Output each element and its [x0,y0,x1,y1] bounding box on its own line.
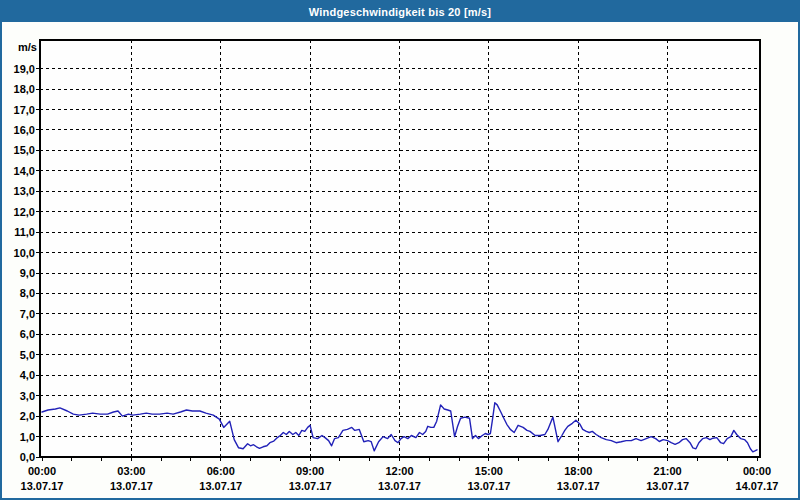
x-tick-date-label: 13.07.17 [110,480,153,492]
x-tick-time-label: 09:00 [296,465,324,477]
y-tick-label: 18,0 [14,83,35,95]
y-tick-label: 8,0 [20,287,35,299]
x-tick-date-label: 14.07.17 [736,480,779,492]
y-tick-label: 11,0 [14,226,35,238]
y-tick-label: 19,0 [14,63,35,75]
y-tick-label: 15,0 [14,144,35,156]
y-tick-label: 13,0 [14,185,35,197]
x-tick-date-label: 13.07.17 [467,480,510,492]
x-tick-time-label: 03:00 [117,465,145,477]
x-tick-time-label: 06:00 [207,465,235,477]
y-tick-label: 0,0 [20,451,35,463]
y-tick-label: 7,0 [20,308,35,320]
x-tick-date-label: 13.07.17 [199,480,242,492]
x-tick-time-label: 00:00 [743,465,771,477]
x-tick-time-label: 15:00 [475,465,503,477]
x-tick-date-label: 13.07.17 [646,480,689,492]
y-tick-label: 17,0 [14,104,35,116]
y-tick-label: 6,0 [20,328,35,340]
wind-speed-chart: 0,01,02,03,04,05,06,07,08,09,010,011,012… [2,22,798,498]
chart-title: Windgeschwindigkeit bis 20 [m/s] [309,6,491,18]
x-tick-date-label: 13.07.17 [21,480,64,492]
x-tick-date-label: 13.07.17 [289,480,332,492]
x-tick-date-label: 13.07.17 [378,480,421,492]
y-tick-label: 16,0 [14,124,35,136]
y-tick-label: 12,0 [14,206,35,218]
x-tick-date-label: 13.07.17 [557,480,600,492]
y-tick-labels: 0,01,02,03,04,05,06,07,08,09,010,011,012… [14,63,35,463]
x-tick-time-label: 18:00 [564,465,592,477]
x-tick-time-label: 12:00 [385,465,413,477]
y-tick-label: 5,0 [20,349,35,361]
y-tick-label: 9,0 [20,267,35,279]
chart-title-bar: Windgeschwindigkeit bis 20 [m/s] [2,2,798,22]
x-tick-labels: 00:0013.07.1703:0013.07.1706:0013.07.170… [21,465,779,492]
y-tick-label: 1,0 [20,431,35,443]
x-tick-time-label: 00:00 [28,465,56,477]
y-tick-label: 4,0 [20,369,35,381]
y-tick-label: 14,0 [14,165,35,177]
chart-window: Windgeschwindigkeit bis 20 [m/s] 0,01,02… [0,0,800,500]
y-tick-label: 2,0 [20,410,35,422]
y-axis-unit-label: m/s [18,41,37,53]
y-tick-label: 10,0 [14,247,35,259]
chart-area: 0,01,02,03,04,05,06,07,08,09,010,011,012… [2,22,798,498]
y-tick-label: 3,0 [20,390,35,402]
x-tick-time-label: 21:00 [654,465,682,477]
